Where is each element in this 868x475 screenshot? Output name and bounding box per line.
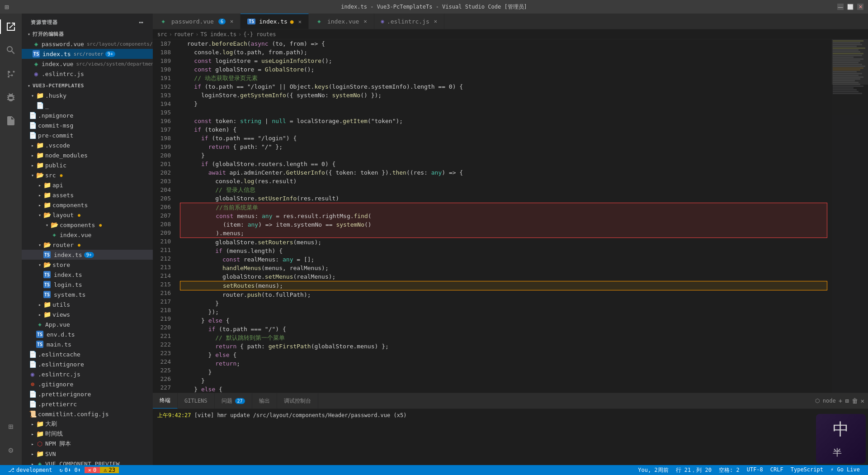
tab-password-vue[interactable]: ◈ password.vue 6 ✕ [153, 14, 241, 29]
tree-brush[interactable]: ▸ 📁 大刷 [22, 419, 153, 429]
open-file-password[interactable]: ◈ password.vue src/layout/components/He.… [22, 39, 153, 49]
status-warnings[interactable]: ⚠ 23 [100, 467, 119, 473]
tree-components[interactable]: ▸ 📁 components [22, 200, 153, 210]
panel-trash-icon[interactable]: 🗑 [852, 397, 858, 404]
status-eol[interactable]: CRLF [767, 466, 787, 473]
open-file-index-ts[interactable]: TS index.ts src/router 9+ [22, 49, 153, 59]
tree-gitignore[interactable]: ⊚ .gitignore [22, 379, 153, 389]
utils-arrow: ▸ [36, 302, 43, 307]
window-controls[interactable]: — ⬜ ✕ [837, 4, 863, 10]
tree-eslintrc[interactable]: ◉ .eslintrc.js [22, 369, 153, 379]
panel-tab-problems[interactable]: 问题 27 [215, 393, 252, 408]
eslintcache-icon: 📄 [29, 351, 36, 358]
tab-eslint[interactable]: ◉ .eslintrc.js ✕ [374, 14, 444, 29]
status-encoding[interactable]: UTF-8 [743, 466, 767, 473]
tree-prettierrc[interactable]: 📄 .prettierrc [22, 399, 153, 409]
tree-pre-commit[interactable]: 📄 pre-commit [22, 130, 153, 140]
tab-index-vue-close[interactable]: ✕ [363, 18, 367, 24]
status-live[interactable]: ⚡ Go Live [827, 466, 863, 473]
tab-index-ts[interactable]: TS index.ts ● ✕ [241, 14, 309, 29]
tree-api[interactable]: ▸ 📁 api [22, 180, 153, 190]
status-errors[interactable]: ✕ 0 [85, 467, 100, 473]
env-dts-label: env.d.ts [47, 331, 75, 338]
panel-tab-terminal[interactable]: 终端 [153, 393, 178, 408]
tab-index-vue[interactable]: ◈ index.vue ✕ [309, 14, 374, 29]
panel-tab-debug[interactable]: 调试控制台 [277, 393, 318, 408]
router-icon: 📂 [43, 241, 51, 248]
tree-views[interactable]: ▸ 📁 views [22, 309, 153, 319]
open-file-eslint[interactable]: ◉ .eslintrc.js [22, 69, 153, 79]
tree-app-vue[interactable]: ◈ App.vue [22, 319, 153, 329]
search-icon[interactable] [0, 39, 22, 61]
panel-split-icon[interactable]: ⊞ [845, 397, 849, 404]
tree-timeline[interactable]: ▸ 📁 时间线 [22, 429, 153, 439]
tree-vscode[interactable]: ▸ 📁 .vscode [22, 140, 153, 150]
panel-close-icon[interactable]: ✕ [861, 397, 864, 404]
tree-layout-vue[interactable]: ◈ index.vue [22, 230, 153, 240]
project-section[interactable]: ▾ VUE3-PCTEMPLATES [22, 81, 153, 90]
open-editors-section[interactable]: ▾ 打开的编辑器 [22, 29, 153, 39]
router-label: router [52, 242, 74, 248]
status-line-col[interactable]: 行 21，列 20 [672, 466, 715, 474]
tree-husky[interactable]: ▾ 📁 .husky [22, 90, 153, 100]
tree-router[interactable]: ▾ 📂 router ● [22, 240, 153, 250]
sidebar-more-icon[interactable]: ⋯ [139, 18, 144, 27]
tree-prettierignore[interactable]: 📄 .prettierignore [22, 389, 153, 399]
panel-plus-icon[interactable]: + [839, 397, 842, 404]
tree-utils[interactable]: ▸ 📁 utils [22, 299, 153, 309]
tree-layout-components[interactable]: ▾ 📂 components ● [22, 220, 153, 230]
tree-node-modules[interactable]: ▸ 📁 node_modules [22, 150, 153, 160]
router-ts-label: index.ts [54, 252, 82, 258]
close-button[interactable]: ✕ [857, 4, 863, 10]
tree-store-index[interactable]: TS index.ts [22, 270, 153, 280]
code-lines[interactable]: router.beforeEach(async (to, from) => { … [175, 39, 832, 393]
tree-layout[interactable]: ▾ 📂 layout ● [22, 210, 153, 220]
tree-npm-scripts[interactable]: ▸ ⬡ NPM 脚本 [22, 439, 153, 449]
tree-env-dts[interactable]: TS env.d.ts [22, 329, 153, 339]
layout-vue-icon: ◈ [51, 231, 58, 238]
extensions-icon[interactable] [0, 110, 22, 132]
status-spaces[interactable]: 空格: 2 [715, 466, 743, 474]
explorer-icon[interactable] [0, 16, 22, 38]
tree-router-index[interactable]: TS index.ts 9+ [22, 250, 153, 260]
tree-eslintcache[interactable]: 📄 .eslintcache [22, 349, 153, 359]
tree-public[interactable]: ▸ 📁 public [22, 160, 153, 170]
tree-npmignore[interactable]: 📄 .npmignore [22, 110, 153, 120]
tab-index-close[interactable]: ✕ [298, 19, 302, 25]
tree-store-login[interactable]: TS login.ts [22, 280, 153, 290]
status-branch[interactable]: ⎇ development [5, 465, 56, 475]
code-line-225: } [180, 368, 827, 376]
panel-tab-gitlens[interactable]: GITLENS [178, 393, 215, 408]
status-position[interactable]: You, 2周前 [634, 466, 672, 474]
tree-vue-preview[interactable]: ▸ ◈ VUE COMPONENT PREVIEW [22, 459, 153, 465]
timeline-icon: 📁 [36, 430, 43, 437]
status-sync[interactable]: ↻ 0⬇ 0⬆ [56, 465, 84, 475]
prettierrc-icon: 📄 [29, 400, 36, 408]
minimize-button[interactable]: — [837, 4, 844, 10]
tree-underscore[interactable]: 📄 _ [22, 100, 153, 110]
tree-assets[interactable]: ▸ 📁 assets [22, 190, 153, 200]
code-line-223: } else { [180, 351, 827, 359]
tab-password-close[interactable]: ✕ [230, 18, 233, 24]
tree-eslintignore[interactable]: 📄 .eslintignore [22, 359, 153, 369]
code-editor[interactable]: 1871881891901911921931941951961971981992… [153, 39, 868, 393]
tree-store-system[interactable]: TS system.ts [22, 290, 153, 299]
panel-tab-output[interactable]: 输出 [252, 393, 277, 408]
tree-src[interactable]: ▾ 📂 src ● [22, 170, 153, 180]
tree-svn[interactable]: ▸ 📁 SVN [22, 449, 153, 459]
tree-commit-msg[interactable]: 📄 commit-msg [22, 120, 153, 130]
tree-main-ts[interactable]: TS main.ts [22, 339, 153, 349]
tree-store[interactable]: ▾ 📂 store [22, 260, 153, 270]
status-bar: ⎇ development ↻ 0⬇ 0⬆ ✕ 0 ⚠ 23 You, 2周前 … [0, 465, 868, 475]
tab-eslint-close[interactable]: ✕ [434, 18, 437, 24]
open-file-index-vue[interactable]: ◈ index.vue src/views/system/department [22, 59, 153, 69]
tab-eslint-icon: ◉ [381, 18, 384, 24]
maximize-button[interactable]: ⬜ [847, 4, 854, 10]
panel-content[interactable]: 上午9:42:27 [vite] hmr update /src/layout/… [153, 409, 868, 465]
source-control-icon[interactable] [0, 63, 22, 85]
tree-commitlint[interactable]: 📜 commitlint.config.js [22, 409, 153, 419]
settings-icon[interactable]: ⚙ [0, 439, 22, 461]
remote-icon[interactable]: ⊞ [0, 415, 22, 437]
debug-icon[interactable] [0, 86, 22, 108]
status-language[interactable]: TypeScript [787, 466, 827, 473]
